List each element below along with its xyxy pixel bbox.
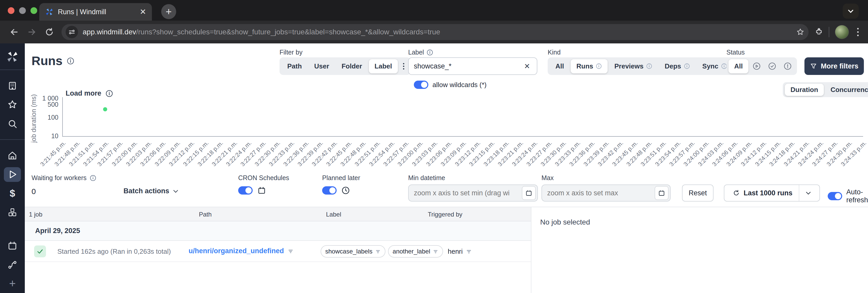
filter-icon[interactable] — [433, 248, 438, 254]
calendar-icon[interactable] — [257, 186, 266, 195]
filter-icon[interactable] — [375, 248, 381, 254]
zoom-window-button[interactable] — [30, 7, 37, 14]
min-datetime-input[interactable] — [414, 189, 522, 197]
sidebar-item-workers[interactable] — [4, 257, 21, 272]
close-window-button[interactable] — [8, 7, 14, 14]
auto-refresh-toggle[interactable] — [828, 192, 842, 200]
minimize-window-button[interactable] — [19, 7, 26, 14]
job-row[interactable]: Started 162s ago (Ran in 0,263s total) u… — [25, 241, 531, 262]
reset-button[interactable]: Reset — [682, 184, 714, 202]
browser-menu-icon[interactable] — [855, 28, 861, 36]
sidebar-item-runs[interactable] — [4, 167, 21, 182]
chrome-right-controls — [811, 25, 861, 39]
new-tab-button[interactable]: + — [161, 4, 176, 19]
filter-icon[interactable] — [287, 248, 294, 254]
filter-by-more-icon[interactable] — [399, 63, 408, 69]
sidebar-add-button[interactable]: + — [4, 276, 21, 291]
view-toggle-segmented: Duration Concurrency — [783, 82, 868, 97]
sidebar-item-home[interactable] — [4, 148, 21, 163]
tab-search-button[interactable] — [843, 4, 859, 19]
address-bar[interactable]: app.windmill.dev/runs?show_schedules=tru… — [61, 24, 809, 40]
sidebar-item-search[interactable] — [4, 116, 21, 131]
view-duration[interactable]: Duration — [785, 84, 824, 96]
max-datetime-label: Max — [541, 174, 554, 182]
label-chip[interactable]: another_label — [388, 245, 443, 258]
status-running-icon[interactable] — [749, 60, 764, 72]
clear-label-icon[interactable]: ✕ — [523, 62, 532, 70]
filter-icon[interactable] — [466, 248, 472, 255]
bookmark-star-icon[interactable] — [796, 28, 804, 36]
status-all[interactable]: All — [728, 59, 748, 74]
load-more-button[interactable]: Load more — [66, 89, 113, 97]
sidebar-divider — [0, 69, 25, 70]
auto-refresh-label: Auto-refresh — [846, 188, 868, 204]
label-chip[interactable]: showcase_labels — [320, 245, 385, 258]
tab-close-icon[interactable]: ✕ — [140, 8, 146, 16]
chevron-down-icon — [805, 189, 812, 196]
clock-icon[interactable] — [341, 186, 350, 195]
allow-wildcards-label: allow wildcards (*) — [432, 81, 487, 89]
site-settings-icon[interactable] — [66, 26, 78, 38]
dollar-icon: $ — [9, 188, 15, 199]
sidebar-item-resources[interactable] — [4, 205, 21, 219]
filter-by-user[interactable]: User — [308, 59, 335, 74]
chart-x-axis[interactable] — [62, 136, 863, 137]
sidebar-item-schedules[interactable] — [4, 238, 21, 253]
url-text[interactable]: app.windmill.dev/runs?show_schedules=tru… — [83, 28, 792, 36]
kind-all[interactable]: All — [550, 59, 570, 74]
more-filters-button[interactable]: More filters — [804, 57, 864, 75]
kind-deps[interactable]: Deps — [659, 59, 696, 74]
table-header: 1 job Path Label Triggered by — [25, 207, 531, 222]
sidebar-item-variables[interactable]: $ — [4, 186, 21, 201]
min-datetime-calendar-button[interactable] — [522, 186, 536, 200]
cron-schedules-toggle[interactable] — [238, 186, 253, 195]
last-runs-main[interactable]: Last 1000 runs — [726, 185, 799, 201]
job-path-link[interactable]: u/henri/organized_undefined — [189, 247, 294, 255]
planned-later-toggle[interactable] — [322, 186, 337, 195]
status-segmented: All — [726, 57, 797, 75]
info-icon[interactable] — [90, 175, 96, 181]
profile-avatar[interactable] — [835, 25, 849, 39]
batch-actions-dropdown[interactable]: Batch actions — [123, 187, 179, 195]
filter-by-label-option[interactable]: Label — [369, 59, 398, 74]
status-success-icon[interactable] — [765, 60, 779, 72]
last-runs-button[interactable]: Last 1000 runs — [724, 184, 820, 202]
toolbar-divider — [829, 27, 829, 37]
back-button[interactable] — [7, 25, 22, 39]
funnel-icon — [810, 62, 817, 70]
job-detail-panel: No job selected — [531, 207, 868, 293]
windmill-logo — [6, 50, 19, 63]
chart-data-point[interactable] — [103, 107, 107, 111]
max-datetime-input-wrap — [541, 184, 671, 202]
filter-by-folder[interactable]: Folder — [336, 59, 368, 74]
kind-runs[interactable]: Runs — [571, 59, 608, 74]
home-icon — [7, 150, 18, 161]
check-icon — [36, 247, 44, 255]
waiting-workers-value: 0 — [32, 187, 36, 196]
reload-button[interactable] — [42, 25, 57, 39]
max-datetime-calendar-button[interactable] — [655, 186, 669, 200]
y-tick: 10 — [33, 132, 58, 140]
sidebar-item-workspace[interactable] — [4, 78, 21, 93]
extensions-icon[interactable] — [815, 28, 823, 36]
info-icon — [105, 90, 113, 97]
info-icon[interactable] — [427, 49, 433, 56]
info-icon[interactable] — [67, 57, 74, 65]
last-runs-dropdown[interactable] — [799, 185, 817, 201]
view-concurrency[interactable]: Concurrency — [825, 84, 868, 96]
sidebar-item-favorites[interactable] — [4, 97, 21, 112]
kind-segmented: All Runs Previews Deps Sync — [548, 57, 735, 75]
status-failure-icon[interactable] — [780, 60, 795, 72]
window-controls[interactable] — [8, 7, 37, 14]
url-host: app.windmill.dev — [83, 28, 136, 36]
col-path: Path — [199, 211, 212, 218]
max-datetime-input[interactable] — [547, 189, 655, 197]
allow-wildcards-toggle[interactable] — [414, 81, 428, 89]
min-datetime-label: Min datetime — [408, 174, 445, 182]
label-filter-input[interactable] — [414, 62, 523, 70]
allow-wildcards-row: allow wildcards (*) — [414, 81, 487, 89]
kind-previews[interactable]: Previews — [609, 59, 658, 74]
forward-button[interactable] — [24, 25, 39, 39]
filter-by-path[interactable]: Path — [282, 59, 307, 74]
browser-tab[interactable]: Runs | Windmill ✕ — [39, 3, 152, 21]
